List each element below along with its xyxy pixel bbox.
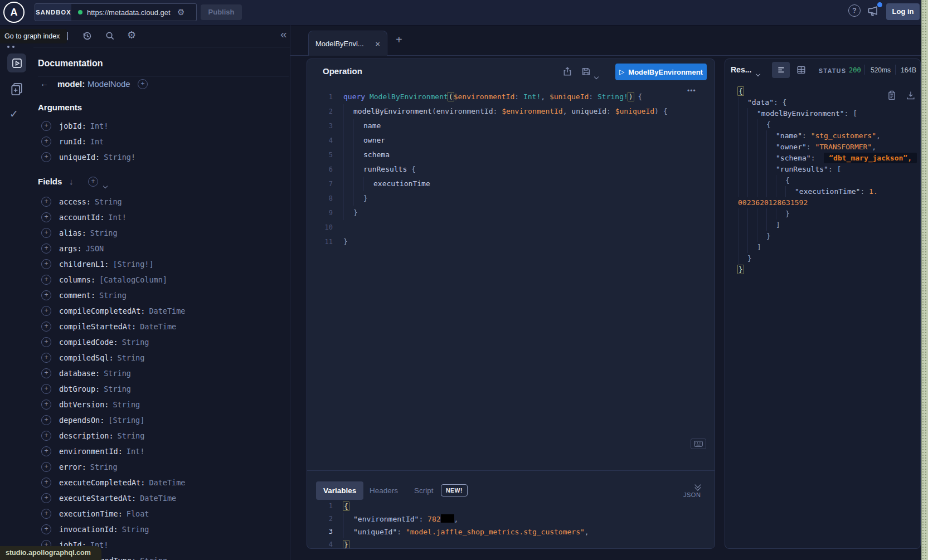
- field-name[interactable]: compiledSql:: [59, 353, 114, 362]
- field-type[interactable]: Int!: [108, 213, 127, 222]
- tab-variables[interactable]: Variables: [316, 481, 363, 500]
- field-name[interactable]: childrenL1:: [59, 260, 109, 269]
- chevron-down-icon[interactable]: [104, 180, 107, 190]
- field-name[interactable]: executeCompletedAt:: [59, 478, 145, 487]
- field-type[interactable]: Int!: [90, 121, 109, 130]
- publish-button[interactable]: Publish: [201, 4, 242, 20]
- field-name[interactable]: accountId:: [59, 213, 104, 222]
- add-to-query-button[interactable]: +: [41, 509, 51, 519]
- field-type[interactable]: String: [99, 291, 127, 300]
- login-button[interactable]: Log in: [886, 3, 920, 20]
- field-type[interactable]: String: [95, 197, 122, 206]
- add-to-query-button[interactable]: +: [41, 275, 51, 285]
- endpoint-url-input[interactable]: https://metadata.cloud.get ⚙: [71, 3, 197, 21]
- add-to-query-button[interactable]: +: [41, 524, 51, 534]
- field-name[interactable]: args:: [59, 244, 82, 253]
- field-name[interactable]: compiledCode:: [59, 338, 118, 347]
- add-to-query-button[interactable]: +: [41, 431, 51, 441]
- response-pretty-view-button[interactable]: [772, 62, 790, 78]
- field-name[interactable]: compileStartedAt:: [59, 322, 136, 331]
- field-name[interactable]: jobId:: [59, 121, 86, 130]
- field-type[interactable]: String: [140, 556, 167, 560]
- field-name[interactable]: executionTime:: [59, 509, 123, 518]
- add-to-query-button[interactable]: +: [41, 137, 51, 147]
- operation-editor[interactable]: 1query ModelByEnvironment($environmentId…: [307, 90, 715, 249]
- explorer-settings-gear-icon[interactable]: ⚙: [127, 28, 136, 42]
- response-table-view-button[interactable]: [796, 65, 806, 75]
- field-type[interactable]: String: [113, 400, 140, 409]
- apollo-logo-icon[interactable]: A: [3, 2, 25, 23]
- field-type[interactable]: String!: [104, 153, 135, 162]
- field-name[interactable]: compileCompletedAt:: [59, 306, 145, 315]
- field-type[interactable]: Int: [90, 137, 104, 146]
- add-type-button[interactable]: +: [138, 79, 148, 89]
- run-operation-button[interactable]: ▷ ModelByEnvironment: [615, 64, 707, 80]
- add-to-query-button[interactable]: +: [41, 244, 51, 254]
- response-dropdown-chevron-icon[interactable]: [756, 68, 760, 78]
- variables-editor[interactable]: 1{2"environmentId": 782,3"uniqueId": "mo…: [307, 500, 715, 549]
- field-type[interactable]: String: [104, 369, 131, 378]
- field-type[interactable]: String: [104, 384, 131, 393]
- tab-modelbyenvironment[interactable]: ModelByEnvi... ×: [308, 31, 387, 56]
- field-type[interactable]: JSON: [86, 244, 104, 253]
- field-type[interactable]: String: [118, 353, 145, 362]
- field-type[interactable]: Float: [127, 509, 149, 518]
- doc-type-link[interactable]: ModelNode: [88, 79, 130, 89]
- field-name[interactable]: access:: [59, 197, 91, 206]
- add-to-query-button[interactable]: +: [41, 228, 51, 238]
- keyboard-shortcuts-icon[interactable]: [691, 439, 706, 449]
- field-name[interactable]: dbtVersion:: [59, 400, 109, 409]
- add-to-query-button[interactable]: +: [41, 446, 51, 456]
- add-to-query-button[interactable]: +: [41, 290, 51, 300]
- add-to-query-button[interactable]: +: [41, 306, 51, 316]
- add-to-query-button[interactable]: +: [41, 462, 51, 472]
- explorer-nav-icon[interactable]: [7, 53, 26, 72]
- field-type[interactable]: [String]: [108, 416, 144, 425]
- add-to-query-button[interactable]: +: [41, 212, 51, 222]
- field-name[interactable]: description:: [59, 431, 114, 440]
- field-name[interactable]: comment:: [59, 291, 95, 300]
- add-all-fields-button[interactable]: +: [88, 177, 98, 187]
- field-type[interactable]: Int!: [127, 447, 145, 456]
- close-tab-icon[interactable]: ×: [375, 39, 380, 48]
- field-type[interactable]: DateTime: [149, 478, 185, 487]
- add-to-query-button[interactable]: +: [41, 322, 51, 332]
- field-type[interactable]: String: [90, 462, 118, 471]
- checklist-nav-icon[interactable]: ✓: [9, 108, 18, 120]
- field-name[interactable]: executeStartedAt:: [59, 494, 136, 503]
- add-to-query-button[interactable]: +: [41, 478, 51, 488]
- field-name[interactable]: alias:: [59, 228, 86, 237]
- back-arrow-icon[interactable]: ←: [40, 79, 48, 88]
- tab-headers[interactable]: Headers: [370, 481, 398, 500]
- connection-settings-gear-icon[interactable]: ⚙: [177, 7, 184, 17]
- add-to-query-button[interactable]: +: [41, 493, 51, 503]
- add-to-query-button[interactable]: +: [41, 152, 51, 162]
- tab-script[interactable]: Script: [414, 481, 434, 500]
- add-to-query-button[interactable]: +: [41, 400, 51, 410]
- save-options-chevron-icon[interactable]: [595, 71, 598, 81]
- field-name[interactable]: columns:: [59, 275, 95, 284]
- field-type[interactable]: String: [122, 525, 149, 534]
- collapse-panel-icon[interactable]: «: [280, 27, 287, 41]
- add-to-query-button[interactable]: +: [41, 353, 51, 363]
- field-type[interactable]: String: [90, 228, 118, 237]
- share-operation-icon[interactable]: [562, 66, 572, 76]
- search-icon[interactable]: [105, 31, 115, 41]
- field-type[interactable]: [String!]: [113, 260, 153, 269]
- field-type[interactable]: String: [118, 431, 145, 440]
- field-type[interactable]: DateTime: [140, 494, 176, 503]
- field-name[interactable]: dbtGroup:: [59, 384, 100, 393]
- field-type[interactable]: String: [122, 338, 149, 347]
- editor-overflow-menu[interactable]: •••: [687, 87, 696, 95]
- field-type[interactable]: DateTime: [140, 322, 176, 331]
- field-name[interactable]: runId:: [59, 137, 86, 146]
- new-tab-button[interactable]: +: [396, 33, 402, 46]
- field-type[interactable]: DateTime: [149, 306, 185, 315]
- field-name[interactable]: database:: [59, 369, 100, 378]
- history-icon[interactable]: [82, 31, 93, 41]
- field-name[interactable]: invocationId:: [59, 525, 118, 534]
- sort-fields-icon[interactable]: ↓: [69, 177, 74, 186]
- add-to-query-button[interactable]: +: [41, 259, 51, 269]
- field-type[interactable]: [CatalogColumn]: [99, 275, 167, 284]
- schema-docs-nav-icon[interactable]: [9, 82, 24, 96]
